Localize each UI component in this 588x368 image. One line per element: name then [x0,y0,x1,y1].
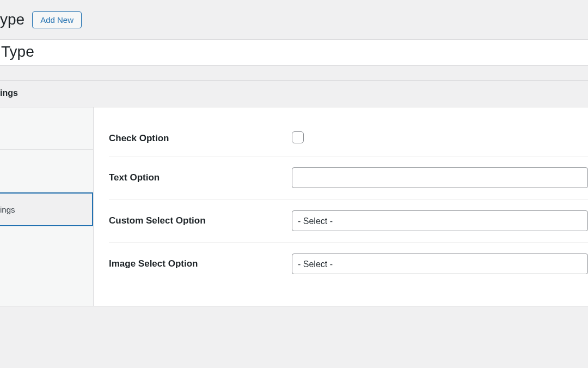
custom-select-control: - Select - [292,210,588,231]
page-bottom-spacer [0,306,588,366]
page-title-suffix: ype [0,11,24,28]
settings-panel-title-suffix: ings [0,88,18,98]
check-option-checkbox[interactable] [292,131,304,143]
settings-tab-2[interactable] [0,150,93,192]
image-select-dropdown[interactable]: - Select - [292,254,588,274]
settings-tab-active-label-suffix: ings [0,205,15,214]
text-option-label: Text Option [109,172,292,183]
custom-select-label: Custom Select Option [109,215,292,226]
field-row-custom-select: Custom Select Option - Select - [109,200,588,243]
settings-tab-active[interactable]: ings [0,192,93,226]
spacer [0,65,588,81]
image-select-control: - Select - [292,254,588,274]
settings-tab-1[interactable] [0,107,93,150]
title-input-container [0,39,588,65]
settings-fields: Check Option Text Option Custom Select O… [94,107,588,306]
settings-panel-body: ings Check Option Text Option Custom Sel… [0,107,588,306]
settings-panel-header: ings [0,81,588,107]
check-option-label: Check Option [109,133,292,144]
page-header: ype Add New [0,0,588,39]
custom-select-dropdown[interactable]: - Select - [292,210,588,231]
check-option-control [292,131,588,145]
text-option-control [292,167,588,188]
image-select-label: Image Select Option [109,258,292,269]
text-option-input[interactable] [292,167,588,188]
settings-tabs: ings [0,107,94,306]
post-title-input[interactable] [0,40,588,65]
field-row-text: Text Option [109,156,588,200]
add-new-button[interactable]: Add New [32,11,82,28]
field-row-check: Check Option [109,120,588,156]
field-row-image-select: Image Select Option - Select - [109,243,588,285]
